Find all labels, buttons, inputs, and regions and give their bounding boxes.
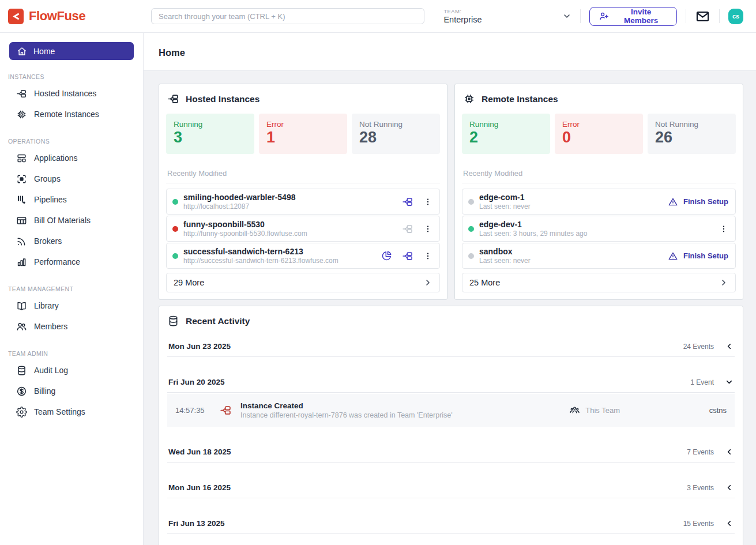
remote-instances-card: Remote Instances Running 2 Error 0 Not R… — [454, 84, 743, 300]
sidebar-item-performance[interactable]: Performance — [0, 251, 143, 272]
activity-group: Mon Jun 16 2025 3 Events — [167, 480, 735, 498]
sidebar-item-label: Brokers — [34, 236, 62, 246]
activity-group: Fri Jun 13 2025 15 Events — [167, 516, 735, 534]
event-description: Instance different-royal-tern-7876 was c… — [240, 411, 453, 419]
kebab-menu-icon[interactable] — [423, 224, 432, 234]
instance-last-seen: Last seen: never — [479, 257, 668, 265]
open-editor-icon[interactable] — [402, 196, 413, 208]
stat-error: Error 1 — [259, 114, 347, 154]
user-avatar[interactable]: cs — [728, 9, 743, 24]
chevron-left-icon — [725, 483, 734, 492]
sidebar-item-label: Groups — [34, 174, 61, 183]
dashboard-pie-icon[interactable] — [381, 250, 392, 261]
instance-url: http://localhost:12087 — [183, 202, 402, 211]
sidebar-item-billing[interactable]: Billing — [0, 381, 143, 401]
recent-activity-card: Recent Activity Mon Jun 23 2025 24 Event… — [159, 306, 743, 545]
brand-logo[interactable]: FlowFuse — [0, 9, 144, 24]
sidebar-item-members[interactable]: Members — [0, 316, 143, 337]
sidebar-item-hosted-instances[interactable]: Hosted Instances — [0, 83, 143, 104]
activity-group: Mon Jun 23 2025 24 Events — [167, 339, 735, 357]
event-title: Instance Created — [240, 401, 453, 410]
stat-label: Running — [174, 120, 247, 129]
group-event-count: 7 Events — [687, 448, 714, 456]
sidebar-section-instances: INSTANCES — [8, 73, 135, 80]
sidebar-item-label: Pipelines — [34, 195, 67, 204]
stat-running: Running 3 — [166, 114, 254, 154]
event-scope-label: This Team — [585, 406, 620, 415]
instance-row[interactable]: funny-spoonbill-5530 http://funny-spoonb… — [166, 216, 440, 242]
activity-group: Wed Jun 18 2025 7 Events — [167, 444, 735, 463]
kebab-menu-icon[interactable] — [719, 224, 728, 234]
pipelines-icon — [16, 194, 27, 205]
sidebar-item-groups[interactable]: Groups — [0, 168, 143, 189]
finish-setup-button[interactable]: Finish Setup — [668, 197, 728, 207]
table-icon — [16, 215, 27, 226]
sidebar-item-audit-log[interactable]: Audit Log — [0, 360, 143, 381]
kebab-menu-icon[interactable] — [423, 251, 432, 261]
team-selector[interactable]: TEAM: Enterprise — [443, 8, 571, 24]
dollar-circle-icon — [16, 386, 27, 397]
instance-row[interactable]: smiling-hooded-warbler-5498 http://local… — [166, 189, 440, 215]
group-event-count: 24 Events — [683, 343, 714, 351]
divider — [686, 9, 686, 23]
instance-created-icon — [220, 404, 232, 416]
search-input[interactable] — [151, 8, 424, 24]
sidebar-item-home[interactable]: Home — [9, 42, 134, 60]
instance-name: edge-com-1 — [479, 193, 668, 202]
event-time: 14:57:35 — [175, 406, 211, 415]
sidebar-item-label: Applications — [34, 153, 78, 163]
kebab-menu-icon[interactable] — [423, 197, 432, 206]
instance-url: http://funny-spoonbill-5530.flowfuse.com — [183, 230, 402, 238]
open-editor-icon[interactable] — [402, 250, 413, 262]
notifications-mail-button[interactable] — [695, 9, 710, 24]
instance-row[interactable]: edge-dev-1 Last seen: 3 hours, 29 minute… — [462, 216, 736, 242]
activity-group-header[interactable]: Fri Jun 13 2025 15 Events — [167, 516, 735, 534]
sidebar-item-pipelines[interactable]: Pipelines — [0, 189, 143, 210]
sidebar-item-library[interactable]: Library — [0, 295, 143, 316]
sidebar-section-team-admin: TEAM ADMIN — [8, 350, 135, 357]
instance-name: sandbox — [479, 247, 668, 256]
remote-more-link[interactable]: 25 More — [462, 273, 736, 292]
mail-icon — [695, 9, 710, 24]
home-icon — [17, 46, 27, 57]
status-dot-offline — [468, 253, 474, 259]
stat-value: 1 — [266, 129, 340, 146]
instance-row[interactable]: sandbox Last seen: never Finish Setup — [462, 243, 736, 269]
chevron-right-icon — [423, 278, 432, 287]
instance-name: successful-sandwich-tern-6213 — [183, 247, 381, 256]
activity-event-row[interactable]: 14:57:35 Instance Created Instance diffe… — [167, 394, 735, 427]
stat-value: 28 — [359, 129, 432, 146]
status-dot-offline — [468, 199, 474, 205]
stat-value: 3 — [174, 129, 247, 146]
event-scope: This Team — [569, 405, 620, 416]
group-date: Fri Jun 13 2025 — [168, 519, 225, 528]
sidebar-item-bill-of-materials[interactable]: Bill Of Materials — [0, 210, 143, 231]
applications-icon — [16, 153, 27, 164]
sidebar-item-label: Hosted Instances — [34, 89, 96, 98]
activity-group-header[interactable]: Mon Jun 16 2025 3 Events — [167, 480, 735, 498]
instance-row[interactable]: edge-com-1 Last seen: never Finish Setup — [462, 189, 736, 215]
sidebar-item-applications[interactable]: Applications — [0, 148, 143, 168]
activity-group-header[interactable]: Wed Jun 18 2025 7 Events — [167, 444, 735, 463]
more-label: 25 More — [469, 278, 500, 287]
finish-setup-button[interactable]: Finish Setup — [668, 251, 728, 261]
sidebar-item-label: Library — [34, 301, 59, 310]
activity-group-header[interactable]: Fri Jun 20 2025 1 Event — [167, 374, 735, 393]
sidebar-item-label: Audit Log — [34, 366, 68, 375]
activity-group-header[interactable]: Mon Jun 23 2025 24 Events — [167, 339, 735, 357]
invite-members-button[interactable]: Invite Members — [589, 7, 677, 26]
sidebar-item-label: Members — [34, 322, 67, 331]
sidebar-item-remote-instances[interactable]: Remote Instances — [0, 104, 143, 125]
status-dot-error — [172, 226, 178, 232]
page-header: Home — [144, 33, 756, 71]
gear-icon — [16, 407, 27, 418]
instance-row[interactable]: successful-sandwich-tern-6213 http://suc… — [166, 243, 440, 269]
hosted-instances-card: Hosted Instances Running 3 Error 1 Not R… — [159, 84, 447, 300]
main-content: Home Hosted Instances Running 3 — [144, 33, 756, 545]
sidebar-item-team-settings[interactable]: Team Settings — [0, 401, 143, 422]
stat-not-running: Not Running 28 — [352, 114, 440, 154]
stat-running: Running 2 — [462, 114, 550, 154]
card-title: Recent Activity — [186, 316, 250, 326]
hosted-more-link[interactable]: 29 More — [166, 273, 440, 292]
sidebar-item-brokers[interactable]: Brokers — [0, 231, 143, 251]
